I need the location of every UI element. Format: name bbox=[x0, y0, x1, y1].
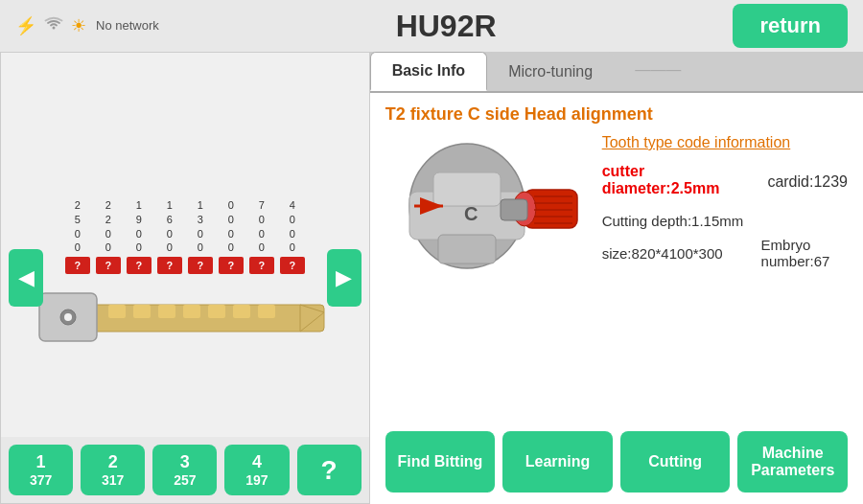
key-blade-svg bbox=[32, 276, 338, 357]
main-content: ◀ ▶ 2 5 0 0 ? 2 2 0 0 ? bbox=[0, 52, 863, 504]
machine-parameters-button[interactable]: Machine Parameters bbox=[737, 431, 848, 493]
key-btn-3[interactable]: 3 257 bbox=[152, 445, 217, 495]
cutting-depth-row: Cutting depth:1.15mm bbox=[602, 213, 848, 229]
tabs-bar: Basic Info Micro-tuning ——— bbox=[370, 52, 863, 93]
svg-rect-5 bbox=[158, 305, 175, 318]
size-embryo-row: size:820*4100*300 Embryo number:67 bbox=[602, 237, 848, 269]
svg-rect-8 bbox=[233, 305, 250, 318]
key-col-6: 0 0 0 0 ? bbox=[217, 198, 245, 274]
key-slot-8: ? bbox=[280, 257, 305, 274]
cutting-button[interactable]: Cutting bbox=[620, 431, 731, 493]
svg-rect-14 bbox=[433, 172, 501, 206]
tab-disabled: ——— bbox=[614, 52, 702, 91]
cutter-diameter: cutter diameter:2.5mm bbox=[602, 163, 720, 197]
key-slot-2: ? bbox=[96, 257, 121, 274]
size-label: size:820*4100*300 bbox=[602, 245, 723, 262]
svg-rect-3 bbox=[108, 305, 126, 318]
card-id: cardid:1239 bbox=[767, 173, 848, 191]
cutting-depth: Cutting depth:1.15mm bbox=[602, 213, 744, 229]
key-slot-5: ? bbox=[188, 257, 213, 274]
key-col-4: 1 6 0 0 ? bbox=[155, 198, 184, 274]
content-area: T2 fixture C side Head alignment C bbox=[370, 93, 863, 504]
info-section: Tooth type code information cutter diame… bbox=[602, 134, 848, 271]
svg-rect-9 bbox=[258, 305, 275, 318]
header-left: ⚡ ☀ No network bbox=[15, 15, 159, 36]
svg-text:C: C bbox=[464, 203, 478, 224]
find-bitting-button[interactable]: Find Bitting bbox=[385, 431, 496, 493]
left-panel: ◀ ▶ 2 5 0 0 ? 2 2 0 0 ? bbox=[0, 52, 370, 504]
svg-point-11 bbox=[64, 313, 72, 321]
key-col-1: 2 5 0 0 ? bbox=[63, 198, 92, 274]
key-slot-1: ? bbox=[65, 257, 90, 274]
key-visual: 2 5 0 0 ? 2 2 0 0 ? 1 9 0 bbox=[32, 198, 338, 357]
return-button[interactable]: return bbox=[733, 4, 848, 48]
embryo-number: Embryo number:67 bbox=[761, 237, 848, 269]
no-network-label: No network bbox=[96, 18, 159, 34]
key-btn-2[interactable]: 2 317 bbox=[81, 445, 145, 495]
learning-button[interactable]: Learning bbox=[502, 431, 613, 493]
nav-right-button[interactable]: ▶ bbox=[327, 249, 362, 307]
svg-rect-4 bbox=[133, 305, 151, 318]
fixture-svg: C bbox=[385, 134, 587, 283]
svg-rect-15 bbox=[438, 235, 496, 263]
key-btn-1[interactable]: 1 377 bbox=[9, 445, 73, 495]
question-button[interactable]: ? bbox=[297, 445, 362, 495]
key-slot-6: ? bbox=[219, 257, 244, 274]
status-icons: ⚡ ☀ bbox=[15, 15, 86, 36]
fixture-title: T2 fixture C side Head alignment bbox=[385, 104, 848, 125]
nav-left-button[interactable]: ◀ bbox=[9, 249, 43, 307]
content-row-main: C bbox=[385, 134, 848, 283]
key-slot-4: ? bbox=[157, 257, 182, 274]
key-col-8: 4 0 0 0 ? bbox=[278, 198, 307, 274]
svg-rect-6 bbox=[183, 305, 200, 318]
key-col-2: 2 2 0 0 ? bbox=[94, 198, 123, 274]
battery-icon: ⚡ bbox=[15, 15, 36, 36]
wifi-icon bbox=[44, 16, 63, 35]
tab-micro-tuning[interactable]: Micro-tuning bbox=[487, 52, 614, 91]
action-buttons: Find Bitting Learning Cutting Machine Pa… bbox=[385, 424, 848, 493]
page-title: HU92R bbox=[159, 9, 734, 44]
key-col-3: 1 9 0 0 ? bbox=[125, 198, 153, 274]
key-numbers-grid: 2 5 0 0 ? 2 2 0 0 ? 1 9 0 bbox=[63, 198, 307, 274]
right-panel: Basic Info Micro-tuning ——— T2 fixture C… bbox=[370, 52, 863, 504]
key-slot-3: ? bbox=[127, 257, 152, 274]
sun-icon: ☀ bbox=[71, 15, 86, 36]
svg-rect-26 bbox=[501, 199, 527, 220]
key-col-5: 1 3 0 0 ? bbox=[186, 198, 215, 274]
tab-basic-info[interactable]: Basic Info bbox=[370, 52, 487, 91]
key-col-7: 7 0 0 0 ? bbox=[247, 198, 276, 274]
svg-rect-7 bbox=[208, 305, 225, 318]
fixture-image: C bbox=[385, 134, 587, 283]
tooth-type-link[interactable]: Tooth type code information bbox=[602, 134, 848, 151]
header: ⚡ ☀ No network HU92R return bbox=[0, 0, 863, 52]
bottom-buttons: 1 377 2 317 3 257 4 197 ? bbox=[1, 437, 369, 503]
key-btn-4[interactable]: 4 197 bbox=[224, 445, 289, 495]
key-slot-7: ? bbox=[249, 257, 274, 274]
